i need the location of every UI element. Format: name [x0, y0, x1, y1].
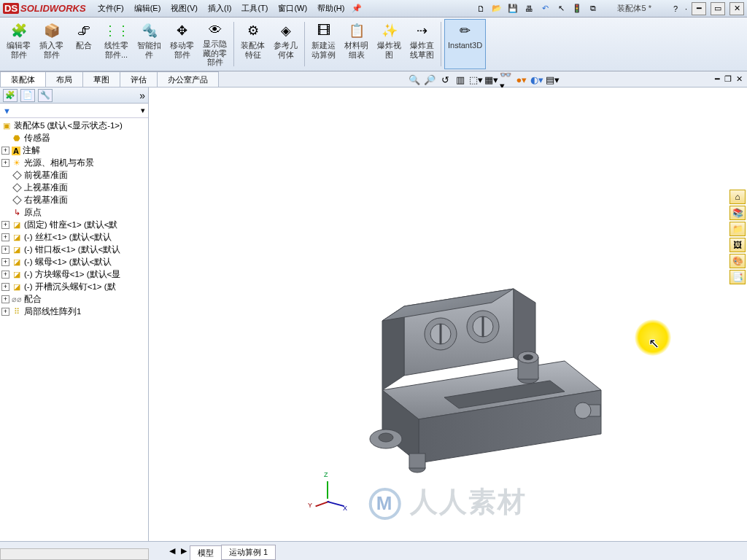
new-motion-study-button[interactable]: 🎞新建运 动算例: [308, 19, 339, 69]
reference-geometry-button[interactable]: ◈参考几 何体: [270, 19, 301, 69]
tree-annotations[interactable]: +A注解: [0, 144, 148, 157]
show-hidden-button[interactable]: 👁显示隐 藏的零 部件: [199, 19, 231, 69]
fm-tab-config[interactable]: 🔧: [38, 89, 53, 102]
tab-layout[interactable]: 布局: [45, 71, 83, 87]
print-icon[interactable]: 🖶: [522, 2, 535, 15]
pin-icon[interactable]: 📌: [350, 1, 363, 15]
undo-icon[interactable]: ↶: [538, 2, 551, 15]
assembly-model[interactable]: [295, 262, 608, 481]
menu-view[interactable]: 视图(V): [166, 1, 202, 15]
taskpane-appearances-icon[interactable]: 🎨: [729, 254, 746, 268]
tab-model[interactable]: 模型: [190, 545, 222, 560]
tree-top-plane[interactable]: 上视基准面: [0, 182, 148, 194]
open-icon[interactable]: 📂: [490, 2, 503, 15]
save-icon[interactable]: 💾: [506, 2, 519, 15]
taskpane-custom-props-icon[interactable]: 📑: [729, 270, 746, 284]
edit-component-button[interactable]: 🧩编辑零 部件: [3, 19, 34, 69]
tree-part-6[interactable]: +◪(-) 开槽沉头螺钉<1> (默: [0, 281, 148, 293]
new-icon[interactable]: 🗋: [474, 2, 487, 15]
bom-button[interactable]: 📋材料明 细表: [341, 19, 372, 69]
menu-window[interactable]: 窗口(W): [274, 1, 311, 15]
explode-line-sketch-button[interactable]: ⇢爆炸直 线草图: [406, 19, 438, 69]
tree-sensors[interactable]: ⬣传感器: [0, 132, 148, 144]
expand-icon[interactable]: +: [1, 308, 9, 316]
taskpane-file-explorer-icon[interactable]: 📁: [729, 222, 746, 236]
expand-icon[interactable]: +: [1, 258, 9, 266]
assembly-features-button[interactable]: ⚙装配体 特征: [237, 19, 268, 69]
hide-show-icon[interactable]: 👓▾: [500, 74, 513, 87]
viewport-minimize-icon[interactable]: ━: [715, 74, 720, 84]
bom-icon: 📋: [347, 21, 366, 40]
tree-root[interactable]: ▣装配体5 (默认<显示状态-1>): [0, 120, 148, 132]
tab-office[interactable]: 办公室产品: [157, 71, 219, 87]
mate-button[interactable]: 🖇配合: [69, 19, 99, 69]
menu-edit[interactable]: 编辑(E): [130, 1, 166, 15]
tree-part-5[interactable]: +◪(-) 方块螺母<1> (默认<显: [0, 268, 148, 281]
instant3d-button[interactable]: ✏Instant3D: [444, 19, 486, 69]
fm-tab-property[interactable]: 📄: [20, 89, 35, 102]
tree-part-1[interactable]: +◪(固定) 钳座<1> (默认<默: [0, 219, 148, 231]
taskpane-view-palette-icon[interactable]: 🖼: [729, 238, 746, 252]
move-component-button[interactable]: ✥移动零 部件: [166, 19, 198, 69]
tree-right-plane[interactable]: 右视基准面: [0, 194, 148, 206]
viewport-restore-icon[interactable]: ❐: [724, 74, 732, 84]
tab-motion-study-1[interactable]: 运动算例 1: [221, 545, 276, 560]
section-view-icon[interactable]: ▥: [454, 74, 467, 87]
expand-icon[interactable]: +: [1, 246, 9, 254]
menu-tools[interactable]: 工具(T): [237, 1, 272, 15]
menu-help[interactable]: 帮助(H): [313, 1, 349, 15]
select-icon[interactable]: ↖: [554, 2, 568, 15]
menu-bar: 文件(F) 编辑(E) 视图(V) 插入(I) 工具(T) 窗口(W) 帮助(H…: [93, 1, 364, 15]
tree-part-4[interactable]: +◪(-) 螺母<1> (默认<默认: [0, 256, 148, 268]
expand-icon[interactable]: +: [1, 159, 9, 167]
tab-nav-left-icon[interactable]: ◀: [166, 545, 178, 560]
expand-icon[interactable]: +: [1, 271, 9, 279]
taskpane-design-library-icon[interactable]: 📚: [729, 206, 746, 220]
exploded-view-button[interactable]: ✨爆炸视 图: [374, 19, 405, 69]
expand-icon[interactable]: +: [1, 233, 9, 241]
taskpane-resources-icon[interactable]: ⌂: [729, 190, 746, 204]
traffic-icon[interactable]: 🚦: [570, 2, 584, 15]
insert-component-button[interactable]: 📦插入零 部件: [36, 19, 67, 69]
tab-evaluate[interactable]: 评估: [120, 71, 158, 87]
tab-sketch[interactable]: 草图: [82, 71, 120, 87]
options-icon[interactable]: ⧉: [587, 2, 600, 15]
appearance-icon[interactable]: ●▾: [515, 74, 528, 87]
menu-insert[interactable]: 插入(I): [204, 1, 236, 15]
expand-icon[interactable]: +: [1, 221, 9, 229]
menu-file[interactable]: 文件(F): [93, 1, 128, 15]
orientation-triad[interactable]: Z Y X: [311, 475, 347, 512]
display-style-icon[interactable]: ▦▾: [484, 74, 498, 87]
expand-icon[interactable]: +: [1, 283, 9, 291]
tree-pattern[interactable]: +⠿局部线性阵列1: [0, 306, 148, 318]
tree-part-2[interactable]: +◪(-) 丝杠<1> (默认<默认: [0, 231, 148, 244]
view-settings-icon[interactable]: ▤▾: [546, 74, 559, 87]
tree-part-3[interactable]: +◪(-) 钳口板<1> (默认<默认: [0, 244, 148, 256]
tree-origin[interactable]: ↳原点: [0, 206, 148, 219]
view-orientation-icon[interactable]: ⬚▾: [469, 74, 482, 87]
graphics-viewport[interactable]: ↖: [149, 88, 747, 541]
help-icon[interactable]: ?: [669, 2, 682, 15]
close-button[interactable]: ✕: [729, 2, 744, 15]
viewport-close-icon[interactable]: ✕: [736, 74, 743, 84]
previous-view-icon[interactable]: ↺: [438, 74, 452, 87]
filter-dropdown-icon[interactable]: ▾: [141, 106, 145, 115]
zoom-area-icon[interactable]: 🔎: [423, 74, 436, 87]
tree-lights[interactable]: +☀光源、相机与布景: [0, 157, 148, 169]
expand-icon[interactable]: +: [1, 147, 9, 155]
tree-front-plane[interactable]: 前视基准面: [0, 169, 148, 182]
fm-tab-tree[interactable]: 🧩: [3, 89, 18, 102]
tree-mates[interactable]: +⌀⌀配合: [0, 293, 148, 306]
minimize-button[interactable]: ━: [692, 2, 706, 15]
linear-pattern-button[interactable]: ⋮⋮线性零 部件...: [101, 19, 132, 69]
expand-icon[interactable]: +: [1, 295, 9, 303]
feature-filter-bar[interactable]: ▼ ▾: [0, 104, 148, 118]
scene-icon[interactable]: ◐▾: [530, 74, 543, 87]
fm-flyout-icon[interactable]: »: [139, 90, 145, 101]
tree-horizontal-scrollbar[interactable]: [0, 548, 149, 560]
tab-nav-right-icon[interactable]: ▶: [178, 545, 190, 560]
zoom-fit-icon[interactable]: 🔍: [408, 74, 421, 87]
maximize-button[interactable]: ▭: [711, 2, 725, 15]
smart-fasteners-button[interactable]: 🔩智能扣 件: [133, 19, 165, 69]
tab-assembly[interactable]: 装配体: [0, 71, 46, 87]
